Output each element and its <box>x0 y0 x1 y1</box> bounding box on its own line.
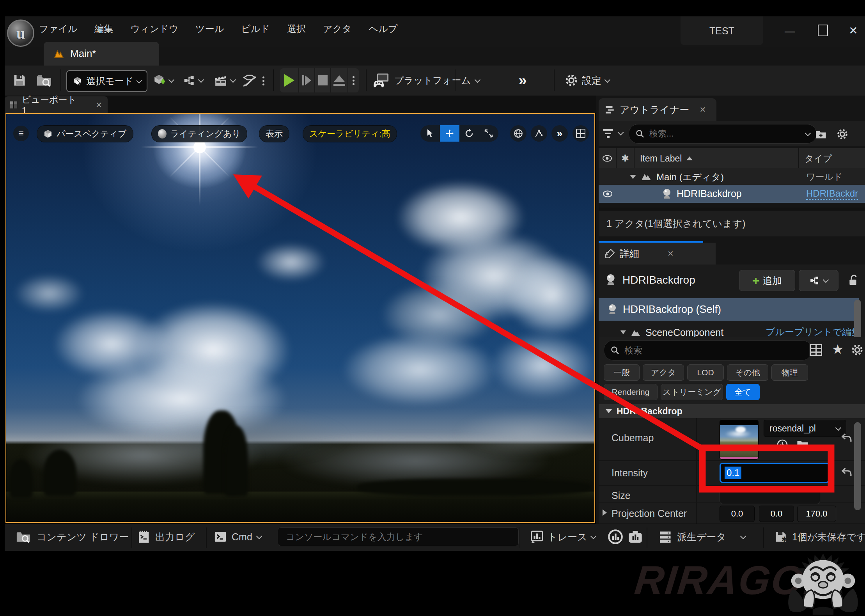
add-component-button[interactable]: + 追加 <box>739 270 795 291</box>
use-selected-asset-button[interactable] <box>775 438 789 452</box>
details-settings-button[interactable] <box>849 342 865 358</box>
snap-settings-button[interactable] <box>531 125 547 142</box>
menu-edit[interactable]: 編集 <box>94 23 113 35</box>
menu-file[interactable]: ファイル <box>39 23 77 35</box>
display-options-button[interactable] <box>807 342 824 358</box>
filter-streaming[interactable]: ストリーミング <box>661 384 723 400</box>
scale-tool-button[interactable] <box>479 125 498 142</box>
platform-dropdown[interactable]: プラットフォーム <box>372 71 480 90</box>
component-row-self[interactable]: HDRIBackdrop (Self) <box>599 298 859 321</box>
cinematics-button[interactable] <box>211 71 238 90</box>
blueprint-actions-button[interactable] <box>799 270 838 291</box>
outliner-settings-button[interactable] <box>835 126 850 142</box>
details-tab[interactable]: 詳細 ✕ <box>599 243 716 265</box>
details-search-box[interactable] <box>604 340 812 360</box>
filter-physics[interactable]: 物理 <box>771 364 808 381</box>
size-input[interactable] <box>720 487 820 504</box>
expand-arrow-icon[interactable] <box>603 509 607 516</box>
unsaved-status-button[interactable]: ✱ 1個が未保存です <box>774 527 865 546</box>
save-button[interactable] <box>11 71 28 90</box>
scalability-badge[interactable]: スケーラビリティ:高 <box>303 125 397 142</box>
select-tool-button[interactable] <box>420 125 440 142</box>
play-options-kebab[interactable] <box>348 68 359 92</box>
projection-y-input[interactable]: 0.0 <box>759 506 794 522</box>
outliner-search-input[interactable] <box>649 128 802 139</box>
details-scrollbar-bottom[interactable] <box>854 422 861 510</box>
menu-actor[interactable]: アクタ <box>323 23 352 35</box>
paint-mode-button[interactable] <box>240 71 259 90</box>
level-tab-main[interactable]: Main* <box>44 42 159 66</box>
menu-tools[interactable]: ツール <box>195 23 224 35</box>
viewport[interactable]: Z Y X ≡ パースペクティブ ライティングあり 表示 スケーラビリティ:高 <box>5 113 595 523</box>
close-icon[interactable]: ✕ <box>667 249 674 258</box>
browse-asset-button[interactable] <box>795 438 810 451</box>
derived-data-dropdown[interactable]: 派生データ <box>658 527 745 546</box>
trace-screenshot-button[interactable] <box>626 528 644 545</box>
type-column-header[interactable]: タイプ <box>798 148 865 169</box>
edit-blueprint-link[interactable]: ブループリントで編集 <box>766 326 861 337</box>
projection-z-input[interactable]: 170.0 <box>797 506 836 522</box>
outliner-filter-button[interactable] <box>601 126 615 141</box>
filter-misc[interactable]: その他 <box>727 364 768 381</box>
toolbar-overflow-button[interactable]: » <box>511 70 534 91</box>
minimize-button[interactable]: — <box>778 23 801 39</box>
close-button[interactable]: ✕ <box>842 23 865 38</box>
play-button[interactable] <box>280 68 298 92</box>
move-tool-button[interactable] <box>440 125 459 142</box>
add-actor-button[interactable] <box>149 71 177 90</box>
visibility-column-header[interactable] <box>599 148 617 169</box>
section-header-hdri-backdrop[interactable]: HDRI Backdrop <box>599 404 865 418</box>
blueprints-button[interactable] <box>180 71 206 90</box>
cmd-dropdown[interactable]: Cmd <box>214 527 261 546</box>
trace-dropdown[interactable]: トレース <box>530 527 596 546</box>
viewport-tab[interactable]: ビューポート1 ✕ <box>5 96 108 113</box>
filter-rendering[interactable]: Rendering <box>604 384 658 400</box>
skip-button[interactable] <box>299 68 314 92</box>
viewport-options-button[interactable]: ≡ <box>13 126 29 141</box>
type-link[interactable]: HDRIBackdr <box>806 188 858 200</box>
filter-actor[interactable]: アクタ <box>643 364 684 381</box>
menu-window[interactable]: ウィンドウ <box>130 23 178 35</box>
trace-record-button[interactable] <box>607 528 624 545</box>
create-folder-button[interactable] <box>813 127 829 141</box>
projection-x-input[interactable]: 0.0 <box>720 506 755 522</box>
eject-button[interactable] <box>331 68 347 92</box>
output-log-button[interactable]: 出力ログ <box>137 527 195 546</box>
favorites-button[interactable]: ★ <box>829 340 846 358</box>
cubemap-asset-dropdown[interactable]: rosendal_pl <box>764 420 846 437</box>
outliner-row-world[interactable]: Main (エディタ) ワールド <box>599 168 865 185</box>
intensity-reset-button[interactable] <box>838 465 854 479</box>
intensity-input[interactable]: 0.1 <box>720 463 830 483</box>
viewport-layout-button[interactable] <box>573 125 589 142</box>
stop-button[interactable] <box>315 68 330 92</box>
outliner-tab[interactable]: アウトライナー ✕ <box>599 98 716 121</box>
world-space-button[interactable] <box>510 125 526 142</box>
outliner-search-box[interactable] <box>629 124 817 144</box>
filter-all[interactable]: 全て <box>726 384 760 400</box>
outliner-row-hdribackdrop[interactable]: HDRIBackdrop HDRIBackdr <box>599 185 865 203</box>
maximize-button[interactable] <box>811 23 835 38</box>
item-label-column-header[interactable]: Item Label <box>635 148 798 169</box>
menu-build[interactable]: ビルド <box>241 23 270 35</box>
show-dropdown[interactable]: 表示 <box>259 125 289 142</box>
rotate-tool-button[interactable] <box>459 125 479 142</box>
pinned-column-header[interactable]: ✱ <box>617 148 635 169</box>
lighting-dropdown[interactable]: ライティングあり <box>151 125 247 142</box>
details-search-input[interactable] <box>624 345 805 356</box>
cubemap-thumbnail[interactable] <box>720 420 759 460</box>
close-icon[interactable]: ✕ <box>700 105 706 114</box>
close-icon[interactable]: ✕ <box>96 100 102 110</box>
menu-help[interactable]: ヘルプ <box>369 23 398 35</box>
cubemap-reset-button[interactable] <box>838 431 854 445</box>
menu-select[interactable]: 選択 <box>287 23 306 35</box>
console-command-input[interactable] <box>285 531 511 543</box>
settings-dropdown[interactable]: 設定 <box>565 71 610 90</box>
toolbar-overflow-kebab[interactable] <box>258 74 268 87</box>
content-drawer-button[interactable]: コンテンツ ドロワー <box>16 527 129 546</box>
lock-button[interactable] <box>844 272 861 289</box>
filter-lod[interactable]: LOD <box>687 364 724 381</box>
browse-content-button[interactable] <box>34 71 54 90</box>
expand-arrow-icon[interactable] <box>620 330 626 334</box>
camera-speed-button[interactable]: » <box>551 125 568 142</box>
expand-arrow-icon[interactable] <box>630 175 636 179</box>
